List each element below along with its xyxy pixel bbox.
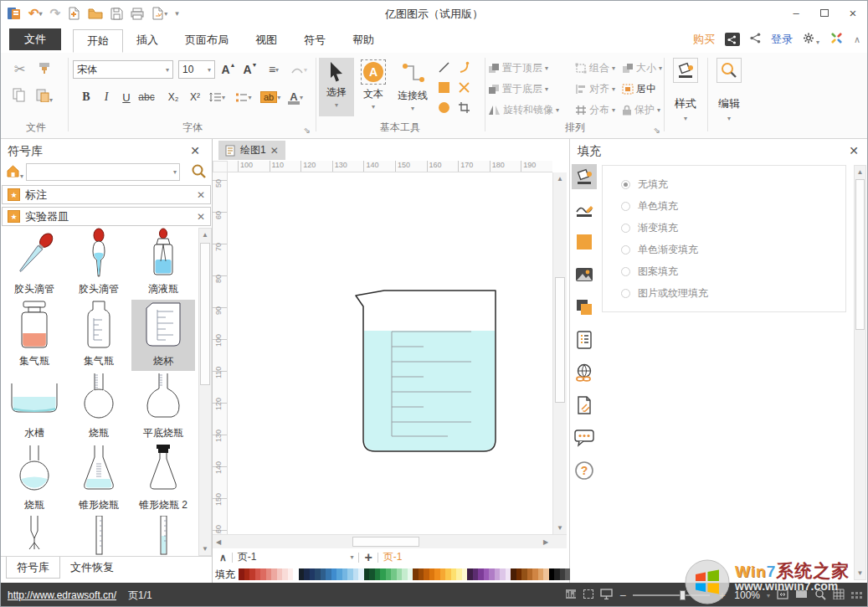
fill-panel-close-icon[interactable]: ✕ <box>849 144 859 157</box>
symbol-dropper-diagonal[interactable]: 胶头滴管 <box>3 228 66 299</box>
drawing-canvas[interactable] <box>228 172 552 534</box>
scroll-left-icon[interactable]: ◀ <box>213 536 224 548</box>
symbol-water-trough[interactable]: 水槽 <box>3 372 66 443</box>
tab-insert[interactable]: 插入 <box>123 28 172 52</box>
style-icon[interactable] <box>673 58 698 83</box>
library-scrollbar[interactable]: ▲ ▼ <box>198 228 212 556</box>
radio-icon[interactable] <box>621 180 630 189</box>
size-button[interactable]: 大小▾ <box>622 61 662 75</box>
font-family-select[interactable]: 宋体▾ <box>73 60 173 79</box>
strikethrough-button[interactable]: abc <box>138 88 155 106</box>
bring-to-front-button[interactable]: 置于顶层▾ <box>488 61 548 75</box>
resize-grip[interactable] <box>851 592 862 599</box>
symbol-drop-bottle[interactable]: 滴液瓶 <box>131 228 195 299</box>
maximize-button[interactable] <box>810 1 839 24</box>
distribute-button[interactable]: 分布▾ <box>575 103 615 117</box>
shrink-font-button[interactable]: A▼ <box>242 60 259 79</box>
page-dropdown-caret[interactable]: ▾ <box>350 553 353 561</box>
edit-button-label[interactable]: 编辑 <box>711 96 747 111</box>
symbol-flask-with-liquid[interactable]: 烧瓶 <box>3 444 66 515</box>
shape-fill-icon[interactable] <box>572 229 597 255</box>
buy-link[interactable]: 购买 <box>693 32 715 47</box>
collapse-pages-icon[interactable]: ∧ <box>219 552 227 563</box>
fill-option-4[interactable]: 图案填充 <box>621 260 845 282</box>
share-badge-icon[interactable] <box>725 33 740 46</box>
connector-tool-button[interactable]: 连接线▾ <box>393 58 433 116</box>
symbol-gas-bottle[interactable]: 集气瓶 <box>3 300 66 371</box>
scrollbar-thumb[interactable] <box>352 537 419 547</box>
section-close-icon[interactable]: ✕ <box>197 211 205 223</box>
send-to-back-button[interactable]: 置于底层▾ <box>488 82 548 96</box>
select-tool-button[interactable]: 选择▾ <box>319 58 354 116</box>
text-arc-button[interactable]: ▾ <box>290 60 307 79</box>
fill-option-3[interactable]: 单色渐变填充 <box>621 239 845 260</box>
scroll-up-icon[interactable]: ▲ <box>855 166 865 178</box>
bold-button[interactable]: B <box>78 88 95 106</box>
fill-style-icon[interactable] <box>572 164 597 189</box>
settings-gear-icon[interactable]: ▾ <box>803 32 819 48</box>
radio-icon[interactable] <box>621 245 630 255</box>
fill-option-5[interactable]: 图片或纹理填充 <box>621 282 845 304</box>
style-caret[interactable]: ▾ <box>667 111 704 123</box>
center-button[interactable]: 居中 <box>622 82 656 96</box>
scrollbar-thumb[interactable] <box>200 243 210 385</box>
symbol-y-tube-partial[interactable] <box>3 516 66 556</box>
edrawsoft-link[interactable]: http://www.edrawsoft.cn/ <box>8 589 116 601</box>
comment-icon[interactable] <box>572 425 597 450</box>
scroll-down-icon[interactable]: ▼ <box>855 567 865 579</box>
symbol-tube-partial[interactable] <box>67 516 131 556</box>
canvas-horizontal-scrollbar[interactable]: ◀ ▶ <box>213 534 567 548</box>
align-button[interactable]: 对齐▾ <box>575 82 615 96</box>
underline-button[interactable]: U <box>118 88 135 106</box>
font-dialog-launcher[interactable]: ⇘ <box>304 126 311 135</box>
tab-file[interactable]: 文件 <box>9 28 61 50</box>
symbol-beaker-selected[interactable]: 烧杯 <box>131 300 195 371</box>
layers-icon[interactable] <box>572 295 597 320</box>
ellipse-shape-icon[interactable] <box>438 101 450 116</box>
scroll-down-icon[interactable]: ▼ <box>199 543 211 555</box>
rotate-mirror-button[interactable]: 旋转和镜像▾ <box>488 103 559 117</box>
search-dropdown-icon[interactable]: ▾ <box>173 168 177 176</box>
tab-page-layout[interactable]: 页面布局 <box>172 28 242 52</box>
crop-tool-icon[interactable] <box>458 101 470 116</box>
fill-option-0[interactable]: 无填充 <box>621 173 845 195</box>
symbol-tube-liquid-partial[interactable] <box>131 516 195 556</box>
tab-home[interactable]: 开始 <box>73 29 123 53</box>
radio-icon[interactable] <box>621 289 630 298</box>
chart-view-icon[interactable] <box>565 589 577 602</box>
image-fill-icon[interactable] <box>572 262 597 287</box>
tab-symbol-library[interactable]: 符号库 <box>6 557 60 579</box>
edit-search-icon[interactable] <box>716 58 742 83</box>
scroll-up-icon[interactable]: ▲ <box>554 172 566 185</box>
italic-button[interactable]: I <box>98 88 115 106</box>
home-icon[interactable]: ▾ <box>6 164 23 182</box>
help-icon[interactable]: ? <box>572 458 597 483</box>
zoom-slider[interactable] <box>633 594 710 596</box>
panel-scrollbar[interactable]: ▲ ▼ <box>854 165 866 580</box>
protect-button[interactable]: 保护▾ <box>622 103 660 117</box>
symbol-gas-bottle-2[interactable]: 集气瓶 <box>67 300 131 371</box>
tab-symbols[interactable]: 符号 <box>290 28 339 52</box>
zoom-out-icon[interactable]: − <box>619 589 626 602</box>
beaker-shape[interactable] <box>353 290 497 454</box>
text-highlight-button[interactable]: ab▾ <box>260 88 280 106</box>
add-page-button[interactable]: + <box>364 550 372 565</box>
login-link[interactable]: 登录 <box>771 32 793 47</box>
document-tab[interactable]: 绘图1 ✕ <box>218 141 285 160</box>
page-tab-active[interactable]: 页-1 <box>383 550 403 564</box>
fill-option-2[interactable]: 渐变填充 <box>621 217 845 239</box>
presentation-icon[interactable] <box>600 589 613 602</box>
radio-icon[interactable] <box>621 224 630 233</box>
grid-icon[interactable] <box>833 589 845 602</box>
fit-page-icon[interactable] <box>777 589 788 602</box>
edit-caret[interactable]: ▾ <box>711 111 747 123</box>
properties-icon[interactable] <box>572 327 597 352</box>
scroll-down-icon[interactable]: ▼ <box>554 522 566 534</box>
library-search-input[interactable] <box>27 165 173 179</box>
scrollbar-thumb[interactable] <box>855 179 865 330</box>
symbol-dropper-vertical[interactable]: 胶头滴管 <box>67 228 131 299</box>
font-size-select[interactable]: 10▾ <box>178 60 215 79</box>
line-spacing-button[interactable]: ▾ <box>208 88 225 106</box>
bullet-list-button[interactable]: ▾ <box>235 88 252 106</box>
search-icon[interactable] <box>191 163 207 183</box>
